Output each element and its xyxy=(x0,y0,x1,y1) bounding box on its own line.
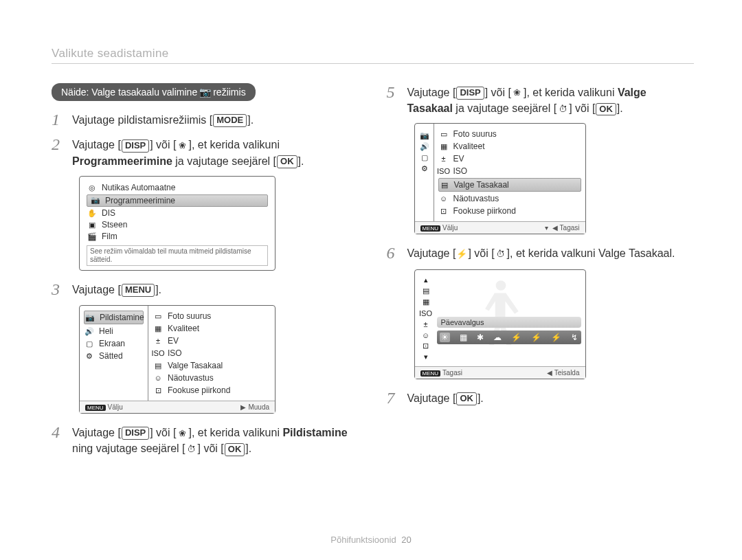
camera-icon: 📷 xyxy=(85,313,95,322)
panel-footer: MENUTagasi ◀Teisalda xyxy=(415,366,585,379)
item-label: Valge Tasakaal xyxy=(454,180,509,190)
item-label: EV xyxy=(168,336,179,346)
item-label: ISO xyxy=(168,348,182,358)
item-label: Näotuvastus xyxy=(168,373,214,383)
display-icon: ▢ xyxy=(419,153,430,162)
text: ]. xyxy=(477,392,484,404)
list-item-selected: 📷Programmeerimine xyxy=(87,194,268,207)
list-item: ±EV xyxy=(153,335,271,347)
menu-tag: MENU xyxy=(85,405,106,411)
ok-button-label: OK xyxy=(596,103,616,116)
text: ], et kerida valikuni xyxy=(188,427,282,438)
tab-item: ▢Ekraan xyxy=(84,337,144,350)
left-column: Näide: Valge tasakaalu valimine 📷 režiim… xyxy=(52,83,359,464)
iso-icon: ISO xyxy=(420,309,431,318)
step-5: 5 Vajutage [DISP] või [❀], et kerida val… xyxy=(387,83,695,116)
up-icon: ▴ xyxy=(420,276,431,285)
list-item: ▦Kvaliteet xyxy=(153,322,271,335)
step-number: 2 xyxy=(52,135,72,168)
ev-icon: ± xyxy=(438,154,449,164)
step-6: 6 Vajutage [⚡] või [⏱], et kerida valkun… xyxy=(387,244,695,262)
list-item: ☺Näotuvastus xyxy=(438,192,581,205)
quality-icon: ▦ xyxy=(420,298,431,307)
list-item: ◎Nutikas Automaatne xyxy=(87,182,268,194)
dis-icon: ✋ xyxy=(87,208,98,218)
page-number: 20 xyxy=(401,535,411,545)
wb-custom-icon: ↯ xyxy=(571,333,578,342)
wb-fluor2-icon: ⚡ xyxy=(531,333,541,342)
menu-panel: 📷Pildistamine 🔊Heli ▢Ekraan ⚙Sätted ▭Fot… xyxy=(79,305,276,414)
panel-footer: MENUVälju ▶Muuda xyxy=(80,401,275,413)
iso-icon: ISO xyxy=(438,166,449,176)
scene-icon: ▣ xyxy=(87,220,98,229)
chevron-down-icon: ▾ xyxy=(545,224,548,232)
item-label: Valge Tasakaal xyxy=(168,361,223,370)
text: ] või [ xyxy=(468,247,494,259)
mode-button-label: MODE xyxy=(213,114,247,127)
wb-fluor-icon: ⚡ xyxy=(511,333,521,342)
menu-tag: MENU xyxy=(420,370,441,377)
text: ], et kerida valikuni xyxy=(188,139,280,150)
left-icon-strip: ▴ ▤ ▦ ISO ± ☺ ⊡ ▾ xyxy=(419,273,433,365)
tab-label: Heli xyxy=(99,326,113,336)
list-item: ISOISO xyxy=(438,165,581,177)
wb-star-icon: ✱ xyxy=(477,333,484,342)
page-footer: Põhifunktsioonid 20 xyxy=(0,535,742,545)
item-label: Foto suurus xyxy=(168,311,211,321)
text: Vajutage [ xyxy=(72,139,121,150)
camera-icon: 📷 xyxy=(199,87,211,98)
disp-button-label: DISP xyxy=(122,139,149,153)
item-label: DIS xyxy=(102,208,115,218)
wb-sun-icon: ☀ xyxy=(440,333,450,342)
item-label: Kvaliteet xyxy=(453,142,485,151)
movie-icon: 🎬 xyxy=(87,232,98,241)
camera-icon: 📷 xyxy=(90,196,101,205)
text: ]. xyxy=(155,284,161,295)
timer-icon: ⏱ xyxy=(557,104,568,114)
tab-item: 🔊Heli xyxy=(84,325,144,337)
text: ja vajutage seejärel [ xyxy=(453,102,556,114)
macro-icon: ❀ xyxy=(177,141,188,150)
step-number: 1 xyxy=(52,111,72,128)
footer-right: Muuda xyxy=(248,403,269,411)
menu-tag: MENU xyxy=(420,225,441,232)
flash-icon: ⚡ xyxy=(456,249,467,259)
sound-icon: 🔊 xyxy=(419,142,430,151)
text: ]. xyxy=(247,114,254,126)
list-item: ▭Foto suurus xyxy=(438,128,581,140)
size-icon: ▭ xyxy=(153,311,164,321)
wb-menu-panel: 📷 🔊 ▢ ⚙ ▭Foto suurus ▦Kvaliteet ±EV ISOI… xyxy=(414,123,586,234)
mode-select-panel: ◎Nutikas Automaatne 📷Programmeerimine ✋D… xyxy=(79,176,276,271)
text: ] või [ xyxy=(569,102,595,114)
step-number: 4 xyxy=(52,423,72,456)
text: ] või [ xyxy=(198,443,224,454)
footer-label: Põhifunktsioonid xyxy=(330,535,396,545)
panel-footer: MENUVälju ▾ ◀Tagasi xyxy=(415,221,585,234)
list-item: ⊡Fookuse piirkond xyxy=(438,205,581,217)
step-7: 7 Vajutage [OK]. xyxy=(387,389,695,407)
disp-button-label: DISP xyxy=(122,427,149,440)
list-item: ▣Stseen xyxy=(87,219,268,231)
step-number: 6 xyxy=(387,244,407,262)
text: Vajutage [ xyxy=(407,247,456,259)
list-item: ☺Näotuvastus xyxy=(153,372,271,384)
tab-label: Ekraan xyxy=(99,339,125,348)
left-arrow-icon: ◀ xyxy=(547,369,552,377)
text: ] või [ xyxy=(485,87,511,98)
list-item: ✋DIS xyxy=(87,208,268,219)
item-label: Stseen xyxy=(102,220,127,229)
panel-hint: See režiim võimaldab teil muuta mitmeid … xyxy=(87,245,268,266)
item-label: Programmeerimine xyxy=(105,196,175,205)
step-number: 5 xyxy=(387,83,407,116)
step-number: 7 xyxy=(387,389,407,407)
item-label: ISO xyxy=(453,166,468,176)
footer-right: Teisalda xyxy=(554,369,580,377)
wb-selected-label: Päevavalgus xyxy=(437,317,581,328)
macro-icon: ❀ xyxy=(512,89,523,98)
step-number: 3 xyxy=(52,280,72,298)
step-3: 3 Vajutage [MENU]. xyxy=(52,280,359,298)
text: Vajutage [ xyxy=(72,427,121,438)
footer-left: Välju xyxy=(442,224,458,232)
disp-button-label: DISP xyxy=(456,87,484,100)
footer-left: Tagasi xyxy=(442,369,462,377)
